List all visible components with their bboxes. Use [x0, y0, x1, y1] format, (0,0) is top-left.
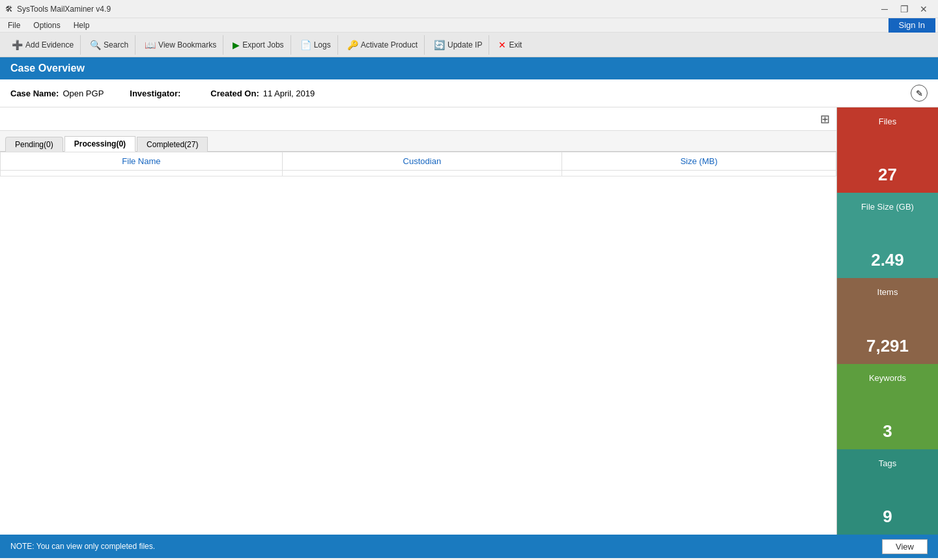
exit-icon: ✕ — [498, 40, 506, 50]
search-icon: 🔍 — [90, 40, 101, 50]
minimize-button[interactable]: ─ — [875, 2, 894, 16]
stat-files-value: 27 — [878, 165, 897, 185]
menu-help[interactable]: Help — [68, 20, 95, 31]
main-content: ⊞ Pending(0) Processing(0) Completed(27) — [0, 107, 938, 535]
evidence-table: File Name Custodian Size (MB) — [0, 152, 836, 176]
export-jobs-label: Export Jobs — [242, 40, 283, 49]
title-bar-title: 🛠 SysTools MailXaminer v4.9 — [5, 5, 111, 14]
tab-pending[interactable]: Pending(0) — [5, 137, 63, 152]
logs-button[interactable]: 📄 Logs — [294, 35, 338, 55]
toolbar: ➕ Add Evidence 🔍 Search 📖 View Bookmarks… — [0, 33, 938, 57]
stat-card-tags: Tags 9 — [837, 449, 938, 535]
col-filename: File Name — [1, 152, 283, 171]
sign-in-button[interactable]: Sign In — [888, 18, 935, 33]
tab-completed[interactable]: Completed(27) — [137, 137, 208, 152]
left-panel: ⊞ Pending(0) Processing(0) Completed(27) — [0, 107, 837, 535]
logs-label: Logs — [314, 40, 331, 49]
activate-product-icon: 🔑 — [347, 40, 358, 50]
cell-custodian — [282, 171, 561, 176]
tab-processing[interactable]: Processing(0) — [64, 136, 135, 152]
export-jobs-icon: ▶ — [233, 40, 240, 50]
edit-case-button[interactable]: ✎ — [911, 85, 928, 102]
exit-label: Exit — [509, 40, 522, 49]
export-jobs-button[interactable]: ▶ Export Jobs — [226, 35, 291, 55]
investigator-label: Investigator: — [130, 89, 180, 98]
right-panel: Files 27 File Size (GB) 2.49 Items 7,291… — [837, 107, 938, 535]
close-button[interactable]: ✕ — [915, 2, 933, 16]
edit-icon: ✎ — [916, 89, 923, 98]
logs-icon: 📄 — [300, 40, 311, 50]
window-controls: ─ ❐ ✕ — [875, 2, 933, 16]
title-bar: 🛠 SysTools MailXaminer v4.9 ─ ❐ ✕ — [0, 0, 938, 18]
stat-items-value: 7,291 — [866, 336, 909, 356]
grid-icon: ⊞ — [820, 113, 830, 126]
search-label: Search — [104, 40, 128, 49]
menu-bar: File Options Help Sign In — [0, 18, 938, 33]
stat-filesize-label: File Size (GB) — [861, 202, 914, 212]
stat-files-label: Files — [879, 117, 896, 126]
bottom-note: NOTE: You can view only completed files. — [10, 542, 155, 551]
view-bookmarks-icon: 📖 — [145, 40, 156, 50]
app-title: SysTools MailXaminer v4.9 — [17, 5, 111, 14]
stat-card-keywords: Keywords 3 — [837, 364, 938, 449]
investigator-item: Investigator: — [130, 89, 184, 98]
bottom-bar: NOTE: You can view only completed files.… — [0, 535, 938, 558]
stat-card-items: Items 7,291 — [837, 278, 938, 363]
activate-product-label: Activate Product — [361, 40, 418, 49]
table-body — [1, 171, 836, 176]
cell-filename — [1, 171, 283, 176]
stat-filesize-value: 2.49 — [871, 250, 904, 270]
case-name-label: Case Name: — [10, 89, 59, 98]
stat-tags-label: Tags — [879, 458, 896, 468]
created-on-item: Created On: 11 April, 2019 — [210, 89, 315, 98]
col-size: Size (MB) — [561, 152, 836, 171]
tabs-bar: Pending(0) Processing(0) Completed(27) — [0, 131, 836, 152]
view-bookmarks-label: View Bookmarks — [158, 40, 216, 49]
stat-card-files: Files 27 — [837, 107, 938, 193]
search-button[interactable]: 🔍 Search — [83, 35, 135, 55]
cell-size — [561, 171, 836, 176]
case-overview-header: Case Overview — [0, 57, 938, 79]
stat-tags-value: 9 — [883, 507, 892, 527]
update-ip-label: Update IP — [448, 40, 482, 49]
exit-button[interactable]: ✕ Exit — [492, 35, 528, 55]
add-evidence-label: Add Evidence — [25, 40, 74, 49]
case-name-item: Case Name: Open PGP — [10, 89, 104, 98]
table-row — [1, 171, 836, 176]
case-name-value: Open PGP — [63, 89, 104, 98]
grid-toggle-bar: ⊞ — [0, 107, 836, 131]
created-on-value: 11 April, 2019 — [263, 89, 315, 98]
grid-view-button[interactable]: ⊞ — [820, 112, 830, 126]
stat-card-filesize: File Size (GB) 2.49 — [837, 193, 938, 278]
table-header-row: File Name Custodian Size (MB) — [1, 152, 836, 171]
maximize-button[interactable]: ❐ — [895, 2, 913, 16]
activate-product-button[interactable]: 🔑 Activate Product — [341, 35, 425, 55]
stat-keywords-value: 3 — [883, 421, 892, 441]
case-overview-title: Case Overview — [10, 63, 85, 74]
col-custodian: Custodian — [282, 152, 561, 171]
menu-options[interactable]: Options — [28, 20, 65, 31]
stat-keywords-label: Keywords — [869, 373, 906, 383]
update-ip-button[interactable]: 🔄 Update IP — [427, 35, 489, 55]
add-evidence-button[interactable]: ➕ Add Evidence — [5, 35, 81, 55]
menu-file[interactable]: File — [3, 20, 25, 31]
case-info-bar: Case Name: Open PGP Investigator: Create… — [0, 79, 938, 107]
created-on-label: Created On: — [210, 89, 259, 98]
view-button[interactable]: View — [882, 539, 928, 554]
view-bookmarks-button[interactable]: 📖 View Bookmarks — [138, 35, 223, 55]
update-ip-icon: 🔄 — [434, 40, 445, 50]
add-evidence-icon: ➕ — [12, 40, 23, 50]
stat-items-label: Items — [877, 287, 898, 297]
table-wrapper: File Name Custodian Size (MB) — [0, 152, 836, 535]
app-icon: 🛠 — [5, 5, 13, 14]
